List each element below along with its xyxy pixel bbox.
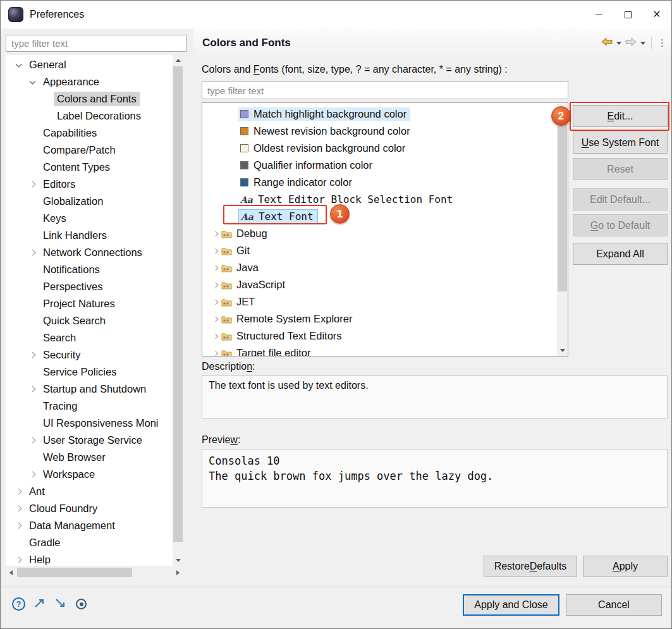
apply-button[interactable]: Apply — [583, 556, 668, 577]
restore-defaults-button[interactable]: Restore Defaults — [484, 556, 577, 577]
list-item-remote-system-explorer[interactable]: Remote System Explorer — [202, 310, 557, 327]
apply-and-close-button[interactable]: Apply and Close — [463, 594, 559, 616]
list-item-jet[interactable]: JET — [202, 293, 557, 310]
forward-history-menu-icon[interactable] — [640, 42, 645, 45]
chevron-right-icon[interactable] — [210, 249, 221, 253]
scroll-up-button[interactable] — [173, 55, 183, 66]
chevron-right-icon[interactable] — [11, 506, 26, 511]
list-item-java[interactable]: Java — [202, 259, 557, 276]
list-item-match-highlight-background-color[interactable]: Match highlight background color — [202, 106, 557, 123]
tree-item-network-connections[interactable]: Network Connections — [6, 244, 173, 261]
tree-item-quick-search[interactable]: Quick Search — [6, 312, 173, 329]
list-item-structured-text-editors[interactable]: Structured Text Editors — [202, 327, 557, 345]
close-button[interactable]: ✕ — [642, 1, 671, 28]
list-item-text-editor-block-selection-font[interactable]: AaText Editor Block Selection Font — [202, 191, 557, 208]
tree-item-tracing[interactable]: Tracing — [6, 398, 173, 415]
back-history-icon[interactable] — [601, 37, 613, 49]
chevron-right-icon[interactable] — [210, 317, 221, 321]
list-item-qualifier-information-color[interactable]: Qualifier information color — [202, 157, 557, 174]
chevron-right-icon[interactable] — [210, 232, 221, 236]
chevron-right-icon[interactable] — [11, 523, 26, 528]
tree-item-perspectives[interactable]: Perspectives — [6, 278, 173, 295]
tree-item-globalization[interactable]: Globalization — [6, 193, 173, 210]
tree-item-colors-and-fonts[interactable]: Colors and Fonts — [6, 90, 173, 107]
cancel-button[interactable]: Cancel — [566, 594, 662, 616]
scroll-left-button[interactable] — [6, 567, 16, 578]
list-item-javascript[interactable]: JavaScript — [202, 276, 557, 293]
list-item-git[interactable]: Git — [202, 242, 557, 259]
tree-item-web-browser[interactable]: Web Browser — [6, 449, 173, 466]
export-preferences-icon[interactable] — [34, 598, 46, 611]
list-item-range-indicator-color[interactable]: Range indicator color — [202, 174, 557, 191]
view-menu-icon[interactable]: ⋮ — [657, 37, 668, 49]
back-history-menu-icon[interactable] — [616, 42, 621, 45]
list-vertical-scrollbar[interactable] — [557, 103, 568, 356]
tree-item-appearance[interactable]: Appearance — [6, 73, 173, 90]
help-icon[interactable]: ? — [12, 597, 25, 611]
tree-item-capabilities[interactable]: Capabilities — [6, 125, 173, 142]
tree-item-general[interactable]: General — [6, 56, 173, 73]
tree-item-gradle[interactable]: Gradle — [6, 534, 173, 551]
list-item-debug[interactable]: Debug — [202, 225, 557, 242]
colors-fonts-filter-input[interactable] — [202, 82, 568, 99]
tree-item-user-storage-service[interactable]: User Storage Service — [6, 432, 173, 449]
tree-item-label-decorations[interactable]: Label Decorations — [6, 107, 173, 125]
tree-vertical-scrollbar[interactable] — [173, 55, 183, 566]
tree-item-service-policies[interactable]: Service Policies — [6, 363, 173, 381]
list-item-text-font[interactable]: AaText Font — [202, 208, 557, 225]
chevron-right-icon[interactable] — [11, 489, 26, 494]
tree-horizontal-scrollbar[interactable] — [6, 567, 183, 578]
tree-item-help[interactable]: Help — [6, 551, 173, 566]
maximize-button[interactable] — [613, 1, 642, 28]
scrollbar-thumb[interactable] — [558, 114, 567, 291]
chevron-right-icon[interactable] — [210, 266, 221, 270]
chevron-right-icon[interactable] — [25, 353, 40, 357]
edit-default-button[interactable]: Edit Default... — [573, 188, 668, 211]
minimize-button[interactable] — [584, 1, 613, 28]
scrollbar-thumb[interactable] — [173, 66, 183, 542]
chevron-right-icon[interactable] — [210, 351, 221, 355]
chevron-right-icon[interactable] — [25, 472, 40, 477]
scroll-down-button[interactable] — [557, 345, 568, 356]
tree-item-startup-and-shutdown[interactable]: Startup and Shutdown — [6, 381, 173, 398]
chevron-right-icon[interactable] — [25, 250, 40, 255]
preference-recorder-icon[interactable] — [76, 599, 87, 609]
use-system-font-button[interactable]: Use System Font — [573, 131, 668, 154]
tree-item-editors[interactable]: Editors — [6, 176, 173, 193]
tree-item-compare-patch[interactable]: Compare/Patch — [6, 142, 173, 159]
tree-item-ant[interactable]: Ant — [6, 483, 173, 500]
import-preferences-icon[interactable] — [55, 598, 67, 611]
expand-all-button[interactable]: Expand All — [573, 243, 668, 265]
chevron-down-icon[interactable] — [11, 64, 26, 66]
chevron-right-icon[interactable] — [210, 283, 221, 287]
chevron-down-icon[interactable] — [25, 81, 40, 83]
tree-item-ui-responsiveness-monitoring[interactable]: UI Responsiveness Moni — [6, 415, 173, 432]
tree-item-data-management[interactable]: Data Management — [6, 517, 173, 534]
chevron-right-icon[interactable] — [210, 300, 221, 304]
chevron-right-icon[interactable] — [25, 387, 40, 391]
chevron-right-icon[interactable] — [25, 438, 40, 443]
reset-button[interactable]: Reset — [573, 158, 668, 180]
tree-item-content-types[interactable]: Content Types — [6, 159, 173, 176]
edit-button[interactable]: Edit... — [573, 105, 668, 127]
tree-item-cloud-foundry[interactable]: Cloud Foundry — [6, 500, 173, 517]
tree-item-security[interactable]: Security — [6, 346, 173, 363]
tree-item-link-handlers[interactable]: Link Handlers — [6, 227, 173, 244]
tree-item-workspace[interactable]: Workspace — [6, 466, 173, 483]
list-item-newest-revision-background-color[interactable]: Newest revision background color — [202, 123, 557, 140]
list-item-oldest-revision-background-color[interactable]: Oldest revision background color — [202, 140, 557, 157]
tree-item-notifications[interactable]: Notifications — [6, 261, 173, 278]
forward-history-icon[interactable] — [625, 37, 637, 49]
scroll-right-button[interactable] — [173, 567, 183, 578]
chevron-right-icon[interactable] — [11, 558, 26, 562]
tree-item-search[interactable]: Search — [6, 329, 173, 346]
list-item-target-file-editor[interactable]: Target file editor — [202, 345, 557, 357]
tree-item-keys[interactable]: Keys — [6, 210, 173, 227]
scrollbar-thumb[interactable] — [17, 568, 132, 577]
nav-filter-input[interactable] — [6, 35, 186, 52]
chevron-right-icon[interactable] — [210, 334, 221, 338]
chevron-right-icon[interactable] — [25, 182, 40, 186]
scroll-up-button[interactable] — [557, 103, 568, 114]
go-to-default-button[interactable]: Go to Default — [573, 214, 668, 236]
scroll-down-button[interactable] — [173, 555, 183, 566]
